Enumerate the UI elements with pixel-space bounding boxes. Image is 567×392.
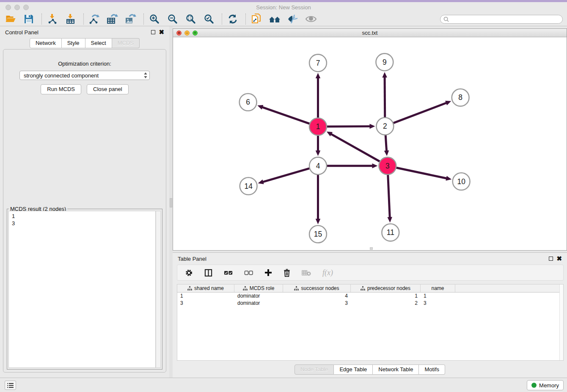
network-close-button[interactable]: ✕ [176,30,182,36]
create-column-button[interactable] [264,269,272,276]
column-header-name[interactable]: name [421,284,455,292]
tree-icon [187,286,192,290]
right-column: ✕ − + scc.txt 7968124314101511 Table Pan… [173,26,567,378]
graph-edge-2-8[interactable] [385,102,447,126]
table-cell[interactable]: dominator [234,300,283,307]
table-cell[interactable]: 1 [421,293,455,300]
network-maximize-button[interactable]: + [193,30,198,36]
export-network-button[interactable] [88,13,101,25]
graph-node-label: 3 [385,162,390,170]
memory-button[interactable]: Memory [527,380,564,390]
table-settings-button[interactable] [185,269,193,277]
table-cell[interactable]: 1 [177,293,234,300]
tab-edge-table[interactable]: Edge Table [334,364,373,375]
tab-node-table[interactable]: Node Table [295,364,334,375]
table-cell[interactable]: 3 [283,300,351,307]
column-header-label: predecessor nodes [367,285,410,291]
graph-edge-arrowhead [387,217,392,223]
close-panel-button[interactable]: Close panel [87,84,129,94]
table-row[interactable]: 3dominator323 [177,300,563,307]
network-minimize-button[interactable]: − [184,30,190,36]
column-header-label: name [431,285,444,291]
close-panel-icon[interactable]: ✖ [159,30,164,34]
copy-network-document-icon [251,14,261,25]
network-window-titlebar[interactable]: ✕ − + scc.txt [173,29,567,37]
table-cell[interactable]: 1 [351,293,421,300]
toggle-style-button[interactable] [286,13,299,25]
tree-icon [294,286,299,290]
graph-node-label: 10 [457,177,465,186]
float-panel-icon[interactable] [151,30,155,34]
zoom-out-button[interactable] [166,13,179,25]
graph-node-label: 14 [244,182,253,190]
panel-splitter[interactable] [169,26,173,378]
export-network-icon [89,14,100,24]
delete-column-button[interactable] [284,269,290,277]
session-title: Session: New Session [0,4,567,11]
column-header-shared-name[interactable]: shared name [177,284,234,292]
tab-network[interactable]: Network [30,38,62,48]
table-toolbar: f(x) [177,265,564,281]
network-canvas[interactable]: 7968124314101511 [173,38,567,250]
network-window-resize-grip[interactable] [370,247,373,250]
result-scrollbar[interactable] [156,211,161,368]
graph-edge-arrowhead [316,73,321,78]
run-mcds-button[interactable]: Run MCDS [41,84,81,94]
graph-edge-arrowhead [446,176,451,180]
tab-select[interactable]: Select [85,38,112,48]
column-header-predecessor-nodes[interactable]: predecessor nodes [351,284,421,292]
task-history-button[interactable] [5,381,16,390]
select-all-rows-button[interactable] [224,270,233,276]
column-header-MCDS-role[interactable]: MCDS role [234,284,283,292]
graph-edge-3-1[interactable] [330,134,388,166]
control-panel-title: Control Panel [5,29,39,36]
network-graph[interactable]: 7968124314101511 [173,38,567,250]
table-cell[interactable]: 2 [351,300,421,307]
show-details-button[interactable] [305,13,317,25]
mcds-result-item: 3 [12,220,152,227]
column-visibility-button[interactable] [204,269,212,277]
copy-network-button[interactable] [250,13,263,25]
search-field[interactable] [440,15,563,24]
float-panel-icon[interactable] [549,257,553,261]
zoom-selected-button[interactable] [203,13,215,25]
table-cell[interactable]: 3 [177,300,234,307]
splitter-grip[interactable] [170,198,172,207]
zoom-fit-button[interactable] [184,13,197,25]
graph-edge-arrowhead [384,150,389,156]
export-image-button[interactable] [124,13,137,25]
zoom-selected-icon [204,14,214,24]
toolbar-separator [41,14,42,25]
graph-node-label: 8 [458,93,462,102]
table-panel-title: Table Panel [178,256,206,262]
import-network-button[interactable] [46,13,59,25]
search-icon [443,17,449,22]
save-session-button[interactable] [22,13,35,25]
export-table-button[interactable] [106,13,119,25]
graph-node-label: 2 [383,122,387,130]
save-disk-icon [24,14,33,24]
close-panel-icon[interactable]: ✖ [556,257,562,261]
tab-mcds[interactable]: MCDS [112,38,140,48]
column-header-successor-nodes[interactable]: successor nodes [283,284,351,292]
tab-motifs[interactable]: Motifs [419,364,445,375]
table-row[interactable]: 1dominator411 [177,293,563,300]
home-button[interactable] [268,13,281,25]
criterion-select[interactable]: strongly connected component [19,71,150,80]
import-table-button[interactable] [64,13,77,25]
search-input[interactable] [451,16,562,22]
table-cell[interactable]: 4 [283,293,351,300]
table-scrollbar[interactable] [559,284,563,360]
table-cell[interactable]: dominator [234,293,283,300]
apply-layout-button[interactable] [226,13,239,25]
tab-network-table[interactable]: Network Table [373,364,419,375]
deselect-all-rows-button[interactable] [244,270,253,276]
graph-node-label: 1 [316,122,320,131]
tab-style[interactable]: Style [62,38,85,48]
mcds-result-list[interactable]: 13 [8,211,156,368]
zoom-in-button[interactable] [148,13,161,25]
table-cell[interactable]: 3 [421,300,455,307]
graph-edge-3-10[interactable] [388,166,448,179]
open-session-button[interactable] [4,13,17,25]
graph-node-label: 7 [316,59,320,67]
